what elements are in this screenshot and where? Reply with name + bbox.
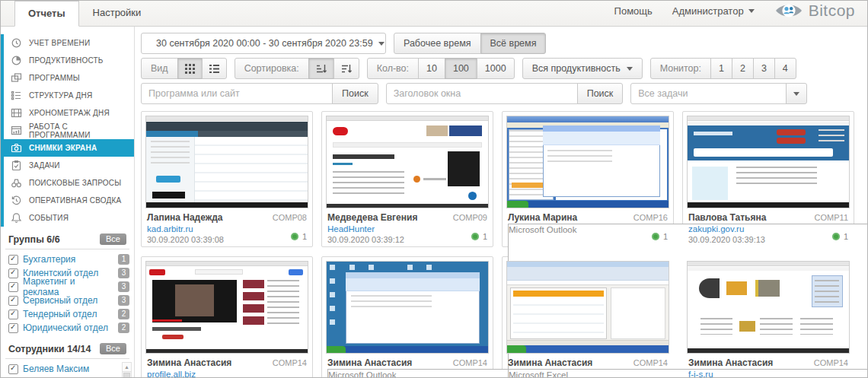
tab-reports[interactable]: Отчеты [14,1,79,27]
employee-item[interactable]: Беляев Максим [8,362,117,376]
date-range-picker[interactable]: 30 сентября 2020 00:00 - 30 сентября 202… [141,33,386,54]
thumb-window-title [507,262,669,267]
scroll-up-arrow[interactable]: ▲ [123,363,131,372]
sidebar: УЧЕТ ВРЕМЕНИ ПРОДУКТИВНОСТЬ ПРОГРАММЫ СТ… [1,27,135,378]
monitor-4-button[interactable]: 4 [774,58,796,79]
productivity-icon [11,55,22,66]
tasks-filter-select[interactable]: Все задачи [630,83,787,104]
checkbox[interactable] [8,364,18,374]
thumb-nav-band [333,142,481,148]
thumb-desktop-icon [349,265,355,270]
thumb-formula-bar [507,281,669,285]
list-view-icon [209,64,219,74]
screenshot-count: 1 [844,232,848,241]
help-link[interactable]: Помощь [614,5,653,17]
thumb-window-title [507,116,669,122]
sidebar-item-time-tracking[interactable]: УЧЕТ ВРЕМЕНИ [1,34,134,52]
employees-select-all-button[interactable]: Все [100,343,126,354]
window-title-search-input[interactable] [386,83,578,104]
screenshot-thumbnail[interactable] [145,116,308,208]
source-link[interactable]: profile.all.biz [147,369,307,378]
thumb-small-photo [739,321,755,332]
sort-descending-button[interactable] [333,58,359,79]
count-100-button[interactable]: 100 [445,58,477,79]
checkbox[interactable] [8,323,18,333]
online-status-icon [832,233,840,240]
sidebar-item-search-queries[interactable]: ПОИСКОВЫЕ ЗАПРОСЫ [1,174,134,192]
user-menu[interactable]: Администратор [672,5,755,17]
computer-id: COMP14 [633,358,668,367]
scroll-thumb[interactable] [123,373,130,378]
group-item[interactable]: Маркетинг и реклама3 [8,280,129,294]
screenshot-thumbnail[interactable] [326,116,489,208]
checkbox[interactable] [8,282,18,292]
window-title-search-button[interactable]: Поиск [577,83,624,104]
employees-title: Сотрудники 14/14 [8,344,91,354]
tasks-filter-caret-button[interactable] [786,83,807,104]
count-1000-button[interactable]: 1000 [477,58,515,79]
sidebar-item-events[interactable]: СОБЫТИЯ [1,209,134,227]
checkbox[interactable] [8,268,18,278]
program-search-input[interactable] [141,83,333,104]
screenshot-thumbnail[interactable] [506,261,669,354]
checkbox[interactable] [8,255,18,265]
grid-view-icon [185,64,195,74]
checkbox[interactable] [8,296,18,306]
screenshot-thumbnail[interactable] [326,261,489,354]
thumb-taskbar [327,204,488,208]
sidebar-item-apps-usage[interactable]: РАБОТА С ПРОГРАММАМИ [1,122,134,139]
source-link[interactable]: HeadHunter [327,224,487,234]
screenshot-thumbnail[interactable] [145,261,308,354]
sidebar-item-screenshots[interactable]: СНИМКИ ЭКРАНА [1,139,134,157]
screenshot-card: Павлова Татьяна zakupki.gov.ru 30.09.202… [682,111,854,247]
group-item[interactable]: Тендерный отдел2 [8,307,129,321]
monitor-2-button[interactable]: 2 [732,58,754,79]
sidebar-item-tasks[interactable]: ЗАДАЧИ [1,157,134,174]
monitor-1-button[interactable]: 1 [710,58,732,79]
screenshot-thumbnail[interactable] [687,116,850,208]
count-10-button[interactable]: 10 [418,58,445,79]
sidebar-item-day-timeline[interactable]: ХРОНОМЕТРАЖ ДНЯ [1,104,134,122]
thumb-taskbar [327,346,488,353]
computer-id: COMP14 [814,358,848,367]
online-status-icon [652,233,659,240]
thumb-cc-logo [468,192,477,200]
checkbox[interactable] [8,310,18,319]
thumb-video-frame [175,284,214,316]
productivity-filter-dropdown[interactable]: Вся продуктивность [522,58,643,79]
thumb-related-2 [243,292,264,300]
thumb-counter [152,192,184,199]
grid-view-button[interactable] [177,58,203,79]
source-link[interactable]: kad.arbitr.ru [147,224,307,234]
group-label: Юридический отдел [23,322,108,333]
screenshot-thumbnail[interactable] [687,261,850,354]
tab-settings[interactable]: Настройки [79,0,155,26]
group-item[interactable]: Юридический отдел2 [8,321,129,335]
history-icon [11,195,22,206]
group-item[interactable]: Бухгалтерия1 [8,253,129,266]
sidebar-item-productivity[interactable]: ПРОДУКТИВНОСТЬ [1,52,134,69]
thumb-taskbar [146,202,308,208]
group-label: Маркетинг и реклама [23,276,113,297]
sidebar-item-programs[interactable]: ПРОГРАММЫ [1,69,134,87]
source-link[interactable]: f-i-s.ru [688,369,848,378]
thumb-related-1 [243,280,264,288]
computer-id: COMP16 [633,213,668,222]
monitor-3-button[interactable]: 3 [753,58,775,79]
film-icon [11,107,22,119]
screenshot-caption: Павлова Татьяна zakupki.gov.ru 30.09.202… [687,208,850,243]
list-view-button[interactable] [202,58,227,79]
groups-select-all-button[interactable]: Все [100,233,126,245]
all-time-button[interactable]: Всё время [480,33,547,54]
program-search-button[interactable]: Поиск [332,83,378,104]
employees-scrollbar[interactable]: ▲ [122,362,132,378]
sidebar-item-day-structure[interactable]: СТРУКТУРА ДНЯ [1,87,134,104]
work-time-button[interactable]: Рабочее время [394,33,481,54]
sidebar-item-live-summary[interactable]: ОПЕРАТИВНАЯ СВОДКА [1,192,134,209]
sort-ascending-button[interactable] [308,58,334,79]
timestamp: 30.09.2020 03:39:13 [688,234,848,245]
screenshot-thumbnail[interactable] [506,116,669,208]
thumb-phone-line [694,132,732,135]
source-link[interactable]: zakupki.gov.ru [688,224,848,234]
window-title-search-combo: Поиск [386,83,624,104]
